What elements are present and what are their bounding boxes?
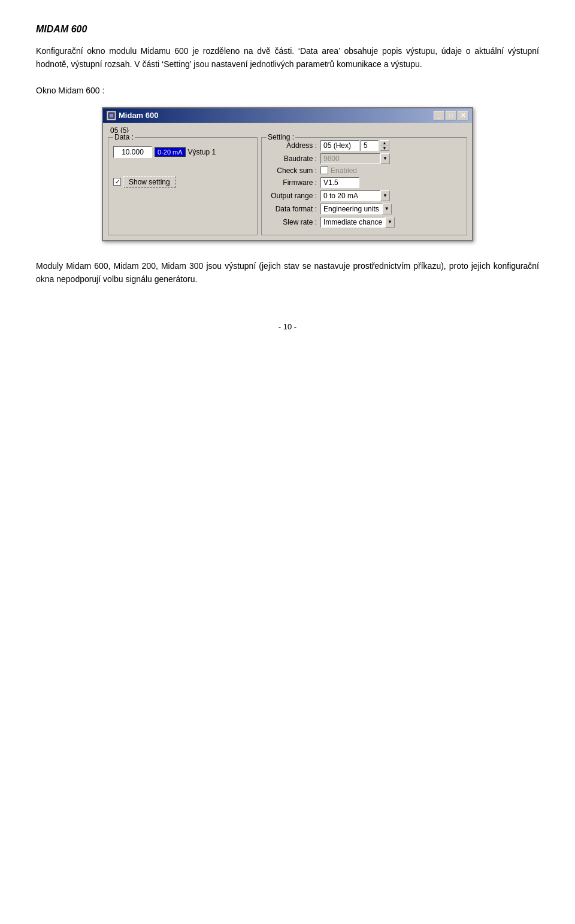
spinner-down[interactable]: ▼ [380, 146, 389, 151]
window-container: Midam 600 _ □ ✕ 05 {5} Data : 10.000 0-2… [36, 107, 539, 241]
checksum-enabled-text: Enabled [331, 166, 357, 175]
baudrate-dropdown: 9600 ▼ [320, 153, 390, 164]
output-range-label: Output range : [267, 192, 320, 200]
data-section-title: Data : [113, 133, 135, 141]
firmware-value: V1.5 [320, 177, 359, 188]
setting-section: Setting : Address : 05 (Hex) 5 ▲ ▼ [261, 137, 467, 235]
window-title: Midam 600 [119, 111, 158, 120]
footer-paragraph: Moduly Midam 600, Midam 200, Midam 300 j… [36, 259, 539, 286]
midam-window: Midam 600 _ □ ✕ 05 {5} Data : 10.000 0-2… [102, 107, 473, 241]
address-spinner: ▲ ▼ [380, 140, 389, 151]
data-format-row: Data format : Engineering units ▼ [267, 204, 462, 214]
data-format-label: Data format : [267, 205, 320, 213]
setting-section-title: Setting : [267, 133, 295, 141]
baudrate-dropdown-btn: ▼ [380, 153, 390, 164]
slew-rate-row: Slew rate : Immediate chance ▼ [267, 217, 462, 228]
show-setting-checkbox[interactable]: ✓ [113, 178, 121, 186]
checksum-checkbox[interactable] [320, 166, 328, 174]
checksum-row: Check sum : Enabled [267, 166, 462, 175]
current-value-display: 10.000 [113, 146, 152, 158]
checksum-group: Enabled [320, 166, 357, 175]
output-range-dropdown-btn[interactable]: ▼ [380, 190, 390, 201]
page-title: MIDAM 600 [36, 24, 539, 35]
content-row: Data : 10.000 0-20 mA Výstup 1 ✓ Show se… [108, 137, 467, 235]
firmware-label: Firmware : [267, 178, 320, 187]
address-label: Address : [267, 141, 320, 150]
address-input-group: 05 (Hex) 5 ▲ ▼ [320, 140, 389, 151]
slew-rate-value[interactable]: Immediate chance [320, 217, 385, 228]
address-dec-input[interactable]: 5 [361, 140, 379, 151]
output-range-value[interactable]: 0 to 20 mA [320, 190, 380, 201]
window-titlebar: Midam 600 _ □ ✕ [103, 108, 472, 123]
address-row: Address : 05 (Hex) 5 ▲ ▼ [267, 140, 462, 151]
titlebar-buttons: _ □ ✕ [434, 111, 468, 120]
intro-paragraph: Konfigurační okno modulu Midamu 600 je r… [36, 44, 539, 71]
baudrate-value: 9600 [320, 153, 380, 164]
titlebar-left: Midam 600 [107, 111, 158, 120]
baudrate-row: Baudrate : 9600 ▼ [267, 153, 462, 164]
restore-button[interactable]: □ [446, 111, 456, 120]
checksum-label: Check sum : [267, 166, 320, 175]
channel-label: Výstup 1 [188, 148, 216, 156]
window-body: 05 {5} Data : 10.000 0-20 mA Výstup 1 ✓ … [103, 123, 472, 240]
output-range-dropdown: 0 to 20 mA ▼ [320, 190, 390, 201]
output-range-row: Output range : 0 to 20 mA ▼ [267, 190, 462, 201]
section-label: Okno Midam 600 : [36, 86, 539, 95]
data-format-value[interactable]: Engineering units [320, 204, 382, 214]
minimize-button[interactable]: _ [434, 111, 444, 120]
slew-rate-label: Slew rate : [267, 218, 320, 226]
svg-rect-1 [110, 114, 113, 117]
slew-rate-dropdown: Immediate chance ▼ [320, 217, 395, 228]
firmware-row: Firmware : V1.5 [267, 177, 462, 188]
page-footer: - 10 - [36, 322, 539, 331]
data-format-dropdown-btn[interactable]: ▼ [382, 204, 392, 214]
signal-tag: 0-20 mA [155, 147, 186, 157]
show-setting-row: ✓ Show setting [113, 176, 252, 188]
show-setting-button[interactable]: Show setting [123, 176, 175, 188]
page-number: - 10 - [279, 322, 296, 331]
spinner-up[interactable]: ▲ [380, 140, 389, 146]
data-format-dropdown: Engineering units ▼ [320, 204, 392, 214]
close-button[interactable]: ✕ [458, 111, 468, 120]
slew-rate-dropdown-btn[interactable]: ▼ [385, 217, 395, 228]
data-section: Data : 10.000 0-20 mA Výstup 1 ✓ Show se… [108, 137, 258, 235]
window-icon [107, 111, 116, 120]
baudrate-label: Baudrate : [267, 154, 320, 163]
address-hex-input[interactable]: 05 (Hex) [320, 140, 359, 151]
data-row: 10.000 0-20 mA Výstup 1 [113, 146, 252, 158]
